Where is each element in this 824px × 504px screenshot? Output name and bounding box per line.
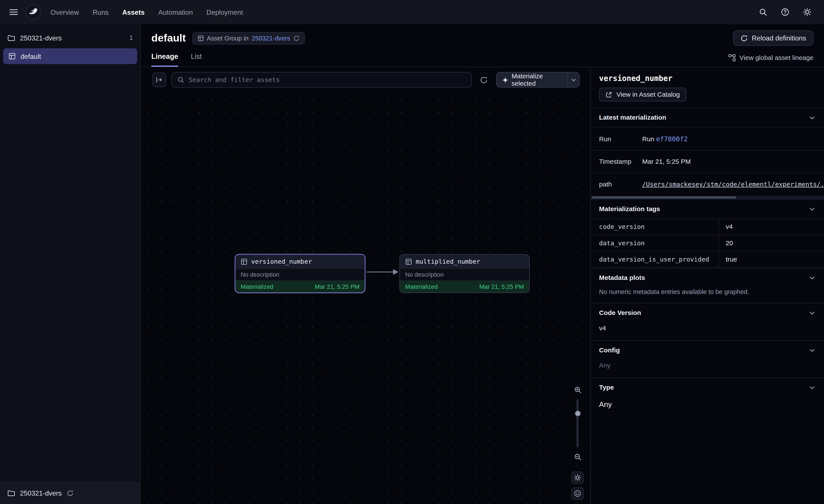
refresh-icon[interactable] — [293, 35, 300, 41]
zoom-in-button[interactable] — [571, 383, 584, 396]
tabs-row: Lineage List View global asset lineage — [151, 52, 813, 67]
asset-group-icon — [197, 35, 204, 41]
search-button[interactable] — [755, 5, 770, 19]
gear-icon — [574, 474, 581, 482]
tag-value: 20 — [719, 235, 824, 251]
sidebar-item-default[interactable]: default — [3, 48, 137, 64]
dagster-logo[interactable] — [25, 4, 41, 20]
asset-table-icon — [405, 258, 412, 265]
section-code-version[interactable]: Code Version — [591, 303, 824, 323]
asset-search-box — [171, 72, 472, 88]
sidebar-footer-label: 250321-dvers — [20, 489, 62, 497]
top-nav: Overview Runs Assets Automation Deployme… — [0, 0, 824, 24]
view-global-lineage-link[interactable]: View global asset lineage — [728, 54, 814, 67]
chevron-down-icon[interactable] — [809, 274, 816, 281]
tag-value: true — [719, 252, 824, 267]
section-materialization-tags[interactable]: Materialization tags — [591, 199, 824, 219]
chevron-down-icon[interactable] — [809, 206, 816, 213]
view-in-asset-catalog-label: View in Asset Catalog — [616, 91, 680, 98]
asset-node-versioned-number[interactable]: versioned_number No description Material… — [235, 254, 365, 293]
sparkle-icon — [502, 76, 509, 83]
feedback-button[interactable] — [571, 487, 584, 500]
zoom-slider-track[interactable] — [577, 399, 579, 447]
body-row: 250321-dvers 1 default 250321-dvers — [0, 24, 824, 504]
chevron-down-icon[interactable] — [809, 114, 816, 121]
lineage-edge-arrow — [366, 266, 399, 278]
materialize-selected-button[interactable]: Materialize selected — [496, 73, 568, 87]
tag-row: data_version 20 — [591, 235, 824, 251]
chevron-down-icon[interactable] — [809, 309, 816, 317]
run-label: Run — [591, 128, 642, 150]
sidebar-group-row[interactable]: 250321-dvers 1 — [0, 28, 140, 47]
section-config[interactable]: Config — [591, 340, 824, 360]
zoom-in-icon — [574, 386, 581, 393]
asset-table-icon — [241, 258, 248, 265]
sidebar-spacer — [0, 65, 140, 482]
materialized-status: Materialized — [405, 283, 437, 290]
external-link-icon — [605, 91, 612, 98]
asset-node-multiplied-number[interactable]: multiplied_number No description Materia… — [399, 254, 530, 293]
help-button[interactable] — [778, 5, 792, 19]
asset-detail-panel: versioned_number View in Asset Catalog L… — [590, 67, 824, 504]
path-link[interactable]: /Users/smackesey/stm/code/elementl/exper… — [642, 180, 824, 188]
chevron-down-icon[interactable] — [809, 347, 816, 354]
run-value-prefix: Run — [642, 135, 654, 143]
asset-search-input[interactable] — [189, 76, 466, 84]
view-global-lineage-label: View global asset lineage — [740, 54, 814, 61]
search-icon — [177, 76, 185, 84]
tab-list[interactable]: List — [191, 52, 202, 67]
asset-node-name: versioned_number — [251, 258, 312, 265]
timestamp-value: Mar 21, 5:25 PM — [642, 151, 824, 173]
panel-horizontal-scrollbar[interactable] — [591, 196, 824, 199]
zoom-out-button[interactable] — [571, 451, 584, 463]
zoom-out-icon — [574, 453, 581, 461]
sidebar-toggle-button[interactable] — [152, 73, 166, 87]
topnav-actions — [755, 5, 815, 19]
section-type[interactable]: Type — [591, 377, 824, 397]
asset-node-status-bar: Materialized Mar 21, 5:25 PM — [400, 280, 529, 292]
chevron-down-icon[interactable] — [809, 384, 816, 391]
materialized-status: Materialized — [241, 283, 273, 290]
zoom-slider-knob[interactable] — [575, 410, 581, 416]
dagster-app: Overview Runs Assets Automation Deployme… — [0, 0, 824, 504]
lineage-area: Materialize selected — [141, 67, 590, 504]
section-latest-materialization[interactable]: Latest materialization — [591, 108, 824, 127]
graph-settings-button[interactable] — [571, 472, 584, 484]
badge-group-link[interactable]: 250321-dvers — [252, 34, 290, 42]
content-row: Materialize selected — [141, 67, 824, 504]
refresh-icon — [480, 76, 488, 84]
materialized-timestamp: Mar 21, 5:25 PM — [479, 283, 524, 290]
materialize-selected-label: Materialize selected — [512, 73, 562, 87]
reload-definitions-button[interactable]: Reload definitions — [733, 30, 813, 46]
sidebar-footer-row[interactable]: 250321-dvers — [0, 482, 140, 504]
hamburger-menu-button[interactable] — [6, 5, 21, 19]
nav-automation[interactable]: Automation — [158, 8, 193, 16]
zoom-slider[interactable] — [571, 399, 584, 447]
refresh-icon[interactable] — [67, 490, 73, 497]
panel-horizontal-scrollbar-thumb[interactable] — [592, 197, 736, 199]
zoom-controls — [571, 383, 584, 500]
config-value: Any — [591, 360, 824, 378]
section-metadata-plots[interactable]: Metadata plots — [591, 268, 824, 287]
run-id-link[interactable]: ef7800f2 — [656, 135, 688, 143]
asset-node-name: multiplied_number — [416, 258, 480, 265]
tab-lineage[interactable]: Lineage — [151, 52, 178, 67]
page-header: default Asset Group in 250321-dvers — [141, 24, 824, 67]
nav-overview[interactable]: Overview — [50, 8, 79, 16]
sidebar-item-label: default — [21, 52, 41, 60]
asset-node-description: No description — [400, 268, 529, 280]
nav-deployment[interactable]: Deployment — [207, 8, 243, 16]
lineage-graph-canvas[interactable]: versioned_number No description Material… — [141, 92, 590, 504]
view-in-asset-catalog-button[interactable]: View in Asset Catalog — [599, 88, 686, 101]
nav-runs[interactable]: Runs — [93, 8, 109, 16]
asset-group-badge: Asset Group in 250321-dvers — [192, 32, 305, 44]
primary-nav: Overview Runs Assets Automation Deployme… — [50, 8, 243, 16]
tag-row: code_version v4 — [591, 219, 824, 235]
nav-assets[interactable]: Assets — [122, 8, 144, 16]
settings-button[interactable] — [800, 5, 815, 19]
sidebar: 250321-dvers 1 default 250321-dvers — [0, 24, 141, 504]
materialized-timestamp: Mar 21, 5:25 PM — [315, 283, 359, 290]
materialize-dropdown-button[interactable] — [568, 73, 579, 87]
graph-refresh-button[interactable] — [477, 73, 491, 87]
badge-prefix: Asset Group in — [207, 34, 248, 42]
